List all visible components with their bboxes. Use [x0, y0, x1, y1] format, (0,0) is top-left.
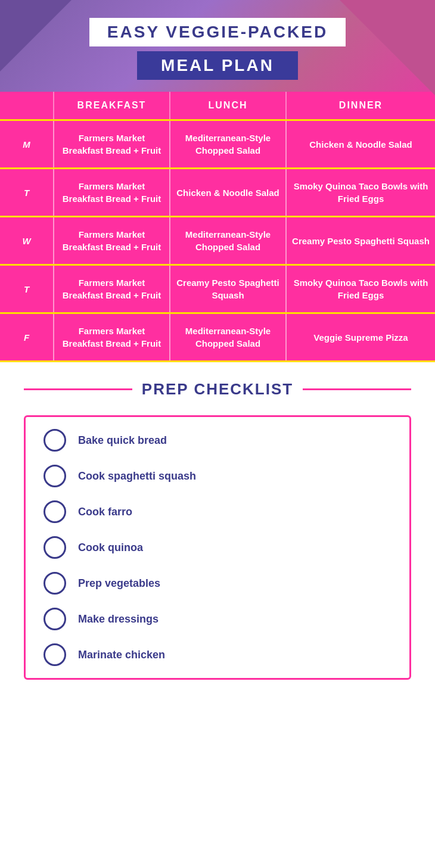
checklist-label-4: Prep vegetables — [78, 577, 160, 590]
day-letter-0: M — [0, 120, 54, 169]
checklist-item[interactable]: Make dressings — [44, 608, 392, 630]
day-letter-1: T — [0, 169, 54, 217]
day-letter-2: W — [0, 217, 54, 265]
meal-row: F Farmers Market Breakfast Bread + Fruit… — [0, 313, 435, 362]
checklist-label-3: Cook quinoa — [78, 542, 143, 554]
meal-row: M Farmers Market Breakfast Bread + Fruit… — [0, 120, 435, 169]
checklist-items-container: Bake quick bread Cook spaghetti squash C… — [44, 429, 392, 666]
checklist-circle-4[interactable] — [44, 572, 66, 595]
checklist-circle-3[interactable] — [44, 536, 66, 559]
checklist-circle-5[interactable] — [44, 608, 66, 630]
column-headers: BREAKFAST LUNCH DINNER — [0, 92, 435, 120]
checklist-item[interactable]: Cook farro — [44, 500, 392, 523]
dinner-cell-0: Chicken & Noodle Salad — [286, 120, 435, 169]
lunch-cell-3: Creamy Pesto Spaghetti Squash — [170, 265, 286, 313]
breakfast-cell-2: Farmers Market Breakfast Bread + Fruit — [54, 217, 170, 265]
checklist-box: Bake quick bread Cook spaghetti squash C… — [24, 415, 411, 680]
dinner-cell-3: Smoky Quinoa Taco Bowls with Fried Eggs — [286, 265, 435, 313]
checklist-line-left — [24, 388, 132, 390]
checklist-item[interactable]: Bake quick bread — [44, 429, 392, 452]
dinner-cell-2: Creamy Pesto Spaghetti Squash — [286, 217, 435, 265]
day-col-header — [0, 92, 54, 120]
breakfast-cell-1: Farmers Market Breakfast Bread + Fruit — [54, 169, 170, 217]
checklist-item[interactable]: Marinate chicken — [44, 643, 392, 666]
checklist-title-row: PREP CHECKLIST — [24, 380, 411, 399]
lunch-cell-4: Mediterranean-Style Chopped Salad — [170, 313, 286, 362]
breakfast-cell-4: Farmers Market Breakfast Bread + Fruit — [54, 313, 170, 362]
checklist-item[interactable]: Cook spaghetti squash — [44, 465, 392, 487]
checklist-label-2: Cook farro — [78, 506, 132, 518]
meal-plan-section: BREAKFAST LUNCH DINNER M Farmers Market … — [0, 92, 435, 362]
checklist-circle-2[interactable] — [44, 500, 66, 523]
dinner-cell-4: Veggie Supreme Pizza — [286, 313, 435, 362]
dinner-header: DINNER — [286, 92, 435, 120]
checklist-item[interactable]: Cook quinoa — [44, 536, 392, 559]
lunch-header: LUNCH — [170, 92, 286, 120]
checklist-label-0: Bake quick bread — [78, 434, 167, 447]
checklist-label-1: Cook spaghetti squash — [78, 470, 196, 483]
checklist-label-6: Marinate chicken — [78, 649, 165, 661]
checklist-item[interactable]: Prep vegetables — [44, 572, 392, 595]
checklist-circle-1[interactable] — [44, 465, 66, 487]
lunch-cell-0: Mediterranean-Style Chopped Salad — [170, 120, 286, 169]
day-letter-4: F — [0, 313, 54, 362]
checklist-line-right — [303, 388, 411, 390]
breakfast-header: BREAKFAST — [54, 92, 170, 120]
meal-row: T Farmers Market Breakfast Bread + Fruit… — [0, 265, 435, 313]
checklist-circle-6[interactable] — [44, 643, 66, 666]
meal-row: T Farmers Market Breakfast Bread + Fruit… — [0, 169, 435, 217]
breakfast-cell-3: Farmers Market Breakfast Bread + Fruit — [54, 265, 170, 313]
title-line2: MEAL PLAN — [137, 51, 298, 80]
breakfast-cell-0: Farmers Market Breakfast Bread + Fruit — [54, 120, 170, 169]
decorative-triangle-right — [340, 0, 435, 95]
header: EASY VEGGIE-PACKED MEAL PLAN — [0, 0, 435, 92]
checklist-label-5: Make dressings — [78, 613, 159, 626]
meal-table: BREAKFAST LUNCH DINNER M Farmers Market … — [0, 92, 435, 362]
dinner-cell-1: Smoky Quinoa Taco Bowls with Fried Eggs — [286, 169, 435, 217]
meal-row: W Farmers Market Breakfast Bread + Fruit… — [0, 217, 435, 265]
day-letter-3: T — [0, 265, 54, 313]
decorative-triangle-left — [0, 0, 72, 71]
title-line1: EASY VEGGIE-PACKED — [89, 18, 346, 46]
lunch-cell-1: Chicken & Noodle Salad — [170, 169, 286, 217]
checklist-section: PREP CHECKLIST Bake quick bread Cook spa… — [0, 362, 435, 704]
checklist-title: PREP CHECKLIST — [132, 380, 303, 399]
checklist-circle-0[interactable] — [44, 429, 66, 452]
lunch-cell-2: Mediterranean-Style Chopped Salad — [170, 217, 286, 265]
